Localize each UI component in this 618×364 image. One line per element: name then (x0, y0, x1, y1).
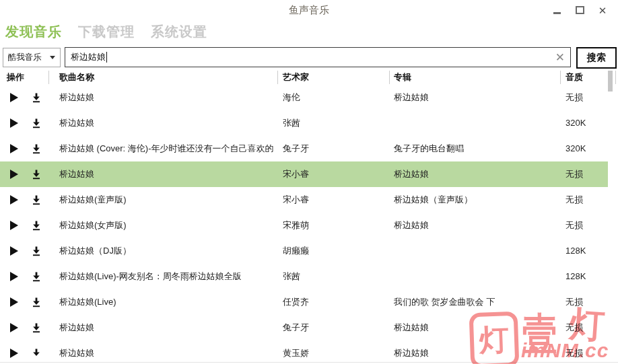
search-bar: 酷我音乐 桥边姑娘 ✕ 搜索 (0, 47, 618, 67)
download-icon[interactable] (32, 93, 41, 103)
tab-discover-music[interactable]: 发现音乐 (5, 23, 62, 43)
play-icon[interactable] (10, 272, 18, 281)
artist-name: 海伦 (283, 85, 384, 110)
column-header-quality: 音质 (565, 71, 583, 85)
titlebar: 鱼声音乐 ✕ (0, 0, 618, 20)
maximize-icon (576, 6, 584, 14)
play-icon[interactable] (10, 170, 18, 179)
artist-name: 兔子牙 (283, 315, 384, 340)
song-name: 桥边姑娘(Live) (59, 289, 273, 315)
song-name: 桥边姑娘 (59, 110, 273, 136)
album-name (394, 238, 557, 264)
download-icon[interactable] (32, 170, 41, 180)
minimize-button[interactable] (545, 0, 568, 20)
music-source-value: 酷我音乐 (3, 52, 50, 63)
play-icon[interactable] (10, 93, 18, 102)
table-row[interactable]: 桥边姑娘(童声版) 宋小睿 桥边姑娘（童声版） 无损 (0, 187, 608, 213)
play-icon[interactable] (10, 144, 18, 153)
download-icon[interactable] (32, 118, 41, 129)
column-header-operations: 操作 (7, 71, 24, 85)
table-row[interactable]: 桥边姑娘(Live) 任贤齐 我们的歌 贺岁金曲歌会 下 无损 (0, 289, 608, 315)
search-input-value: 桥边姑娘 (65, 51, 106, 63)
bottom-divider (0, 362, 618, 363)
song-name: 桥边姑娘(童声版) (59, 187, 273, 213)
minimize-icon (553, 12, 561, 14)
song-name: 桥边姑娘 (59, 85, 273, 110)
play-icon[interactable] (10, 246, 18, 256)
table-row[interactable]: 桥边姑娘 黄玉娇 桥边姑娘 无损 (0, 340, 608, 364)
download-icon[interactable] (32, 272, 41, 282)
album-name: 我们的歌 贺岁金曲歌会 下 (394, 289, 557, 315)
song-name: 桥边姑娘 (59, 340, 273, 364)
table-row[interactable]: 桥边姑娘 (Cover: 海伦)-年少时谁还没有一个自己喜欢的姑娘啊 兔子牙 兔… (0, 136, 608, 161)
text-cursor (106, 52, 107, 63)
quality-label: 320K (565, 136, 606, 161)
download-icon[interactable] (32, 195, 41, 205)
song-name: 桥边姑娘 (59, 161, 273, 187)
download-icon[interactable] (32, 144, 41, 154)
album-name (394, 264, 557, 289)
song-table-header: 操作 歌曲名称 艺术家 专辑 音质 (0, 71, 618, 85)
table-row[interactable]: 桥边姑娘 宋小睿 桥边姑娘 无损 (0, 161, 608, 187)
window-controls: ✕ (545, 0, 614, 20)
album-name: 桥边姑娘 (394, 161, 557, 187)
song-name: 桥边姑娘 (Cover: 海伦)-年少时谁还没有一个自己喜欢的姑娘啊 (59, 136, 273, 161)
column-header-album: 专辑 (394, 71, 411, 85)
download-icon[interactable] (32, 349, 41, 359)
play-icon[interactable] (10, 118, 18, 128)
quality-label: 无损 (565, 340, 606, 364)
quality-label: 无损 (565, 161, 606, 187)
quality-label: 无损 (565, 85, 606, 110)
download-icon[interactable] (32, 246, 41, 256)
album-name (394, 110, 557, 136)
play-icon[interactable] (10, 221, 18, 230)
table-row[interactable]: 桥边姑娘(女声版) 宋雅萌 桥边姑娘 无损 (0, 213, 608, 238)
tab-download-manager[interactable]: 下载管理 (78, 23, 135, 43)
table-row[interactable]: 桥边姑娘 兔子牙 桥边姑娘 无损 (0, 315, 608, 340)
album-name: 桥边姑娘 (394, 340, 557, 364)
download-icon[interactable] (32, 323, 41, 333)
artist-name: 张茜 (283, 264, 384, 289)
album-name: 桥边姑娘 (394, 315, 557, 340)
play-icon[interactable] (10, 195, 18, 205)
table-row[interactable]: 桥边姑娘（DJ版） 胡癞癞 128K (0, 238, 608, 264)
table-row[interactable]: 桥边姑娘(Live)-网友别名：周冬雨桥边姑娘全版 张茜 128K (0, 264, 608, 289)
chevron-down-icon (50, 56, 55, 59)
close-button[interactable]: ✕ (591, 0, 614, 20)
column-divider (277, 71, 278, 84)
artist-name: 宋小睿 (283, 161, 384, 187)
maximize-button[interactable] (568, 0, 591, 20)
play-icon[interactable] (10, 323, 18, 332)
column-divider (560, 71, 561, 84)
table-row[interactable]: 桥边姑娘 张茜 320K (0, 110, 608, 136)
artist-name: 宋雅萌 (283, 213, 384, 238)
main-nav: 发现音乐 下载管理 系统设置 (5, 23, 207, 43)
tab-system-settings[interactable]: 系统设置 (151, 23, 207, 43)
column-divider (615, 71, 616, 84)
artist-name: 张茜 (283, 110, 384, 136)
song-table-body: 桥边姑娘 海伦 桥边姑娘 无损 桥边姑娘 张茜 320K 桥边姑娘 (Cover… (0, 85, 618, 364)
quality-label: 无损 (565, 187, 606, 213)
quality-label: 无损 (565, 289, 606, 315)
search-button[interactable]: 搜索 (576, 47, 617, 69)
close-icon: ✕ (598, 5, 607, 15)
search-input[interactable]: 桥边姑娘 ✕ (65, 47, 571, 67)
artist-name: 黄玉娇 (283, 340, 384, 364)
play-icon[interactable] (10, 297, 18, 307)
column-header-song-name: 歌曲名称 (59, 71, 94, 85)
download-icon[interactable] (32, 297, 41, 307)
quality-label: 320K (565, 110, 606, 136)
quality-label: 128K (565, 238, 606, 264)
artist-name: 兔子牙 (283, 136, 384, 161)
artist-name: 宋小睿 (283, 187, 384, 213)
play-icon[interactable] (10, 349, 18, 358)
download-icon[interactable] (32, 221, 41, 231)
scrollbar-thumb[interactable] (608, 71, 613, 92)
window-title: 鱼声音乐 (0, 0, 618, 20)
clear-search-icon[interactable]: ✕ (555, 48, 565, 67)
quality-label: 无损 (565, 213, 606, 238)
table-row[interactable]: 桥边姑娘 海伦 桥边姑娘 无损 (0, 85, 608, 110)
music-source-select[interactable]: 酷我音乐 (3, 48, 61, 67)
album-name: 桥边姑娘（童声版） (394, 187, 557, 213)
song-name: 桥边姑娘(女声版) (59, 213, 273, 238)
